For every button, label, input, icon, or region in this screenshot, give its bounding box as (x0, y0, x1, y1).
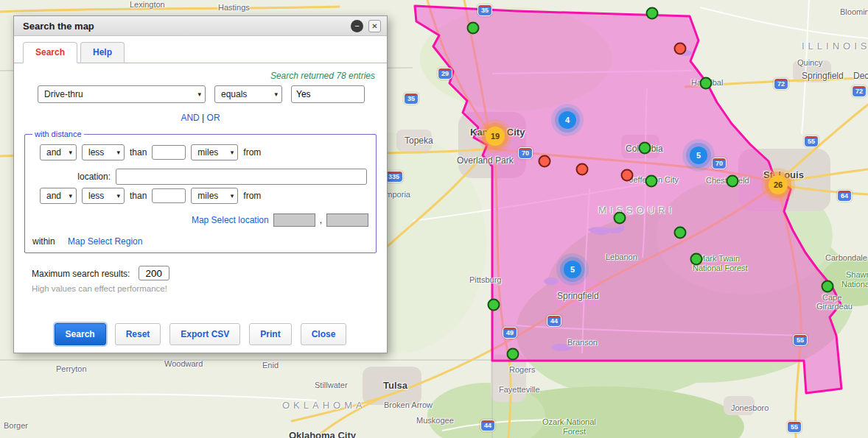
chevron-down-icon: ▾ (197, 91, 201, 98)
tab-help[interactable]: Help (80, 42, 125, 63)
within-label: within (32, 236, 55, 247)
latitude-box[interactable] (326, 213, 368, 227)
performance-note: High values can effect performance! (32, 284, 387, 293)
distance-row: and ▾ less ▾ than miles ▾ from (40, 188, 370, 204)
unit-select-value: miles (197, 191, 218, 201)
unit-select[interactable]: miles ▾ (191, 144, 238, 160)
boolean-select[interactable]: and ▾ (40, 144, 77, 160)
unit-select[interactable]: miles ▾ (191, 188, 238, 204)
close-button[interactable]: ✕ (368, 20, 381, 32)
dialog-footer: Search Reset Export CSV Print Close (14, 323, 387, 345)
location-input[interactable] (116, 169, 367, 185)
distance-fieldset: with distance and ▾ less ▾ than miles ▾ … (24, 130, 377, 253)
chevron-down-icon: ▾ (116, 192, 120, 199)
location-row: location: (31, 169, 370, 185)
comparator-select-value: less (88, 191, 104, 201)
and-link[interactable]: AND (181, 113, 199, 123)
max-results-row: Maximum search results: (32, 266, 387, 280)
search-result-summary: Search returned 78 entries (26, 71, 375, 81)
max-results-input[interactable] (139, 266, 169, 280)
operator-select-value: equals (221, 89, 247, 99)
logic-operator-links: AND | OR (14, 113, 387, 123)
filter-row: Drive-thru ▾ equals ▾ (38, 85, 377, 103)
logic-separator: | (202, 113, 204, 123)
chevron-down-icon: ▾ (231, 192, 234, 199)
reset-button[interactable]: Reset (115, 323, 161, 345)
minimize-icon: − (354, 21, 359, 30)
chevron-down-icon: ▾ (231, 149, 234, 156)
search-dialog: Search the map − ✕ Search Help Search re… (13, 15, 388, 353)
than-label: than (130, 147, 147, 158)
location-label: location: (31, 172, 111, 182)
distance-legend: with distance (32, 130, 84, 138)
boolean-select-value: and (46, 191, 61, 201)
close-dialog-button[interactable]: Close (301, 323, 347, 345)
chevron-down-icon: ▾ (274, 91, 278, 98)
chevron-down-icon: ▾ (69, 149, 72, 156)
or-link[interactable]: OR (207, 113, 220, 123)
map-select-region-link[interactable]: Map Select Region (68, 236, 142, 247)
distance-row: and ▾ less ▾ than miles ▾ from (40, 144, 370, 160)
tab-search[interactable]: Search (23, 42, 77, 63)
distance-value-input[interactable] (152, 145, 186, 160)
longitude-box[interactable] (273, 213, 315, 227)
from-label: from (243, 147, 261, 158)
distance-value-input[interactable] (152, 188, 186, 203)
comparator-select[interactable]: less ▾ (82, 188, 125, 204)
operator-select[interactable]: equals ▾ (214, 85, 282, 103)
from-label: from (243, 191, 261, 201)
dialog-titlebar[interactable]: Search the map − ✕ (14, 16, 387, 36)
boolean-select[interactable]: and ▾ (40, 188, 77, 204)
tab-bar: Search Help (14, 36, 387, 63)
within-region-row: within Map Select Region (32, 236, 370, 247)
dialog-title: Search the map (23, 21, 351, 32)
export-csv-button[interactable]: Export CSV (169, 323, 240, 345)
max-results-label: Maximum search results: (32, 269, 130, 279)
chevron-down-icon: ▾ (69, 192, 72, 199)
map-select-location-link[interactable]: Map Select location (192, 215, 269, 225)
boolean-select-value: and (46, 147, 61, 158)
minimize-button[interactable]: − (351, 20, 363, 32)
map-application: LexingtonHastingsTopekaKansas CityOverla… (0, 0, 868, 438)
filter-value-input[interactable] (291, 85, 365, 103)
comparator-select[interactable]: less ▾ (82, 144, 125, 160)
close-icon: ✕ (371, 22, 377, 30)
chevron-down-icon: ▾ (116, 149, 120, 156)
coordinate-separator: , (320, 215, 322, 225)
search-button[interactable]: Search (55, 323, 106, 345)
map-select-location-row: Map Select location , (31, 213, 368, 227)
field-select[interactable]: Drive-thru ▾ (38, 85, 206, 103)
field-select-value: Drive-thru (44, 89, 83, 99)
comparator-select-value: less (88, 147, 104, 158)
than-label: than (130, 191, 147, 201)
print-button[interactable]: Print (249, 323, 291, 345)
unit-select-value: miles (197, 147, 218, 158)
